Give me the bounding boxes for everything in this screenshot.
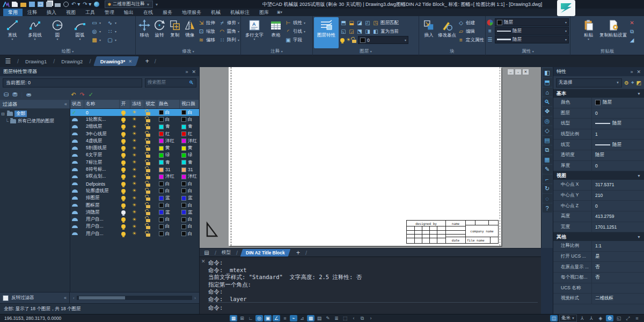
zoom-extents-icon[interactable]: ⌂ (543, 87, 552, 97)
new-layer-vp-frozen-button[interactable]: ⛃ (12, 91, 17, 98)
ribbon-tab-插入[interactable]: 插入 (42, 9, 61, 16)
viewport-color-cell[interactable]: 蓝 (180, 195, 199, 202)
layer-row[interactable]: 用户自...☀白白 (70, 230, 199, 237)
layer-on-toggle[interactable] (120, 144, 130, 151)
layer-lock-toggle[interactable] (144, 230, 157, 237)
copy-paste-settings-button[interactable]: 复制粘贴设置 (598, 17, 629, 38)
layer-color-cell[interactable]: 白 (157, 109, 180, 116)
named-views-icon[interactable]: ◇ (543, 126, 552, 135)
layer-lock-toggle[interactable] (144, 223, 157, 230)
layer-freeze-toggle[interactable]: ☀ (130, 180, 144, 187)
layer-dropdown[interactable]: 0 ▾ (358, 36, 408, 44)
column-header-4[interactable]: 锁定 (144, 100, 157, 108)
command-window[interactable]: ✕ 命令:命令: _mtext当前文字样式: "Standard" 文字高度: … (200, 257, 541, 314)
match-properties-icon[interactable]: ◢ (629, 37, 635, 43)
layer-properties-button[interactable]: 图层特性 (314, 17, 339, 48)
layer-freeze-toggle[interactable]: ☀ (130, 230, 144, 237)
object-snap-tracking-toggle[interactable]: ∠ (273, 315, 280, 321)
layer-on-toggle[interactable] (120, 180, 130, 187)
copy-clip-icon[interactable]: ⧉ (629, 28, 635, 34)
lineweight-display-toggle[interactable]: ≡ (281, 315, 289, 321)
layer-freeze-toggle[interactable]: ☀ (130, 202, 144, 209)
paste-button[interactable]: 粘贴 ▾ (580, 17, 598, 41)
linear-dimension-icon[interactable]: ⊢ (285, 20, 291, 26)
circle-button[interactable]: 圆 ▾ (46, 17, 69, 41)
insert-block-button[interactable]: 插入 (420, 17, 437, 38)
layer-color-cell[interactable]: 洋红 (157, 173, 180, 180)
ribbon-tab-输出[interactable]: 输出 (119, 9, 138, 16)
layer-match-button[interactable]: 图层匹配 (380, 20, 399, 26)
layer-off-icon[interactable]: ⬒ (340, 20, 347, 26)
layer-freeze-toggle[interactable]: ☀ (130, 116, 144, 123)
property-value[interactable]: 随层 (592, 142, 644, 148)
layer-freeze-toggle[interactable]: ☀ (130, 223, 144, 230)
layer-row[interactable]: ✓0☀白白 (70, 109, 199, 116)
section-header-基本[interactable]: 基本▼ (553, 89, 644, 98)
ribbon-tab-常用[interactable]: 常用 (3, 9, 23, 16)
layout-menu-icon[interactable]: ▤ (200, 250, 214, 255)
next-group-toggle[interactable]: › (367, 315, 375, 321)
layer-freeze-toggle[interactable]: ☀ (130, 144, 144, 151)
layer-lock-toggle[interactable] (144, 187, 157, 194)
layer-freeze-toggle[interactable]: ☀ (130, 137, 144, 144)
region-icon[interactable]: ▢ (107, 37, 113, 43)
layer-color-cell[interactable]: 青 (157, 159, 180, 166)
viewport-color-cell[interactable]: 白 (180, 230, 199, 237)
layer-lock-toggle[interactable] (144, 216, 157, 223)
dynamic-input-toggle[interactable]: ⌁ (290, 315, 297, 321)
layer-lock-toggle[interactable] (144, 202, 157, 209)
tab-layout-din-a2[interactable]: DIN A2 Title Block (240, 249, 290, 257)
make-current-button[interactable]: 置为当前 (380, 28, 399, 35)
property-value[interactable]: 317.5371 (592, 182, 644, 187)
layer-lock-toggle[interactable] (144, 152, 157, 159)
mirror-button[interactable]: 镜像 (183, 17, 197, 38)
layer-color-cell[interactable]: 青 (157, 123, 180, 130)
workspace-selector[interactable]: ✱ 二维草图与注释 ▼ (105, 1, 152, 8)
open-file-icon[interactable] (20, 3, 26, 7)
layer-undo-button[interactable]: ↶ (71, 91, 76, 98)
toggle-pickadd-icon[interactable]: ⚙ (624, 80, 629, 86)
layer-row[interactable]: 消隐层☀蓝蓝 (70, 209, 199, 216)
layer-color-cell[interactable]: 黄 (157, 144, 180, 151)
ribbon-tab-图库[interactable]: 图库 (254, 9, 274, 16)
field-icon[interactable]: ▣ (285, 37, 291, 43)
property-value[interactable]: 1701.1251 (592, 224, 644, 230)
selection-cycling-toggle[interactable]: ▩ (307, 315, 314, 321)
viewport-color-cell[interactable]: 洋红 (180, 137, 199, 144)
layer-row[interactable]: 轮廓虚线层☀白白 (70, 187, 199, 194)
layer-walk-icon[interactable]: ◨ (364, 28, 371, 34)
layer-freeze-toggle[interactable]: ☀ (130, 173, 144, 180)
property-value[interactable]: 二维线框 (592, 295, 644, 302)
layer-freeze-toggle[interactable]: ☀ (130, 130, 144, 137)
polar-tracking-toggle[interactable]: ◎ (255, 315, 263, 321)
rotate-button[interactable]: 旋转 (152, 17, 167, 38)
layer-table-hscrollbar[interactable]: ‹› (70, 292, 199, 303)
layer-lock-toggle[interactable] (144, 159, 157, 166)
property-value[interactable]: 否 (592, 264, 644, 270)
move-button[interactable]: 移动 (137, 17, 152, 38)
regen-icon[interactable]: ↻ (543, 184, 552, 193)
invert-filter-toggle[interactable]: 反转过滤器 « (0, 292, 70, 303)
viewport-minimize-icon[interactable]: ‒ (507, 69, 514, 75)
viewport-close-icon[interactable]: ✕ (522, 69, 529, 75)
layer-on-icon[interactable]: ◳ (372, 20, 379, 26)
command-input[interactable]: 命令: (208, 302, 538, 312)
clean-screen-toggle[interactable]: ⬚ (341, 315, 349, 321)
layer-row[interactable]: 用户自...☀白白 (70, 216, 199, 223)
apply-button[interactable]: ✓ (89, 91, 93, 98)
section-header-视图[interactable]: 视图▼ (553, 171, 644, 180)
point-icon[interactable]: ∷ (107, 28, 113, 34)
property-value[interactable]: 否 (592, 274, 644, 281)
prev-group-toggle[interactable]: ‹ (350, 315, 357, 321)
property-value[interactable]: 210 (592, 193, 644, 198)
column-header-3[interactable]: 冻结 (130, 100, 144, 108)
viewport-color-cell[interactable]: 黄 (180, 144, 199, 151)
design-center-icon[interactable]: ▦ (543, 155, 552, 164)
layer-on-toggle[interactable] (120, 109, 130, 116)
panel-pin-icon[interactable]: » (185, 69, 188, 75)
copy-button[interactable]: 复制 (167, 17, 183, 38)
layer-lock-toggle[interactable] (144, 195, 157, 202)
layer-color-cell[interactable]: 白 (157, 202, 180, 209)
layer-row[interactable]: 8符号标...☀3131 (70, 166, 199, 173)
properties-pin-icon[interactable]: » (630, 69, 633, 75)
